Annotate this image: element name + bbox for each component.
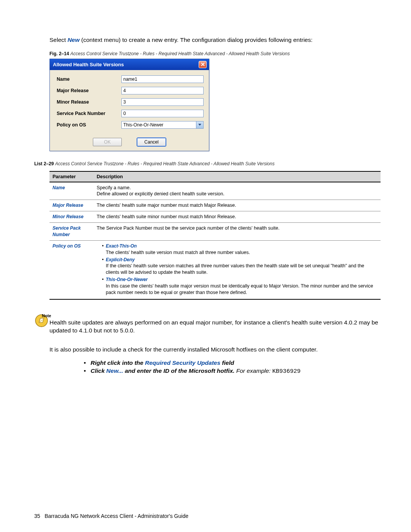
ok-button[interactable]: OK — [93, 138, 122, 146]
allowed-health-suite-versions-dialog: Allowed Health Suite Versions Name Major… — [49, 59, 209, 151]
parameter-description: Specify a name.Define allowed or explici… — [94, 182, 381, 200]
footer-title: Barracuda NG Network Access Client - Adm… — [45, 513, 188, 519]
name-input[interactable] — [121, 75, 204, 83]
table-header-description: Description — [94, 171, 381, 182]
parameter-name: Minor Release — [53, 214, 83, 219]
dialog-titlebar: Allowed Health Suite Versions — [50, 59, 209, 70]
service-pack-number-label: Service Pack Number — [57, 111, 121, 116]
parameter-description: The clients' health suite minor number m… — [94, 211, 381, 223]
dialog-body: Name Major Release Minor Release Service… — [50, 70, 209, 138]
note-body-text: Health suite updates are always performe… — [49, 319, 378, 334]
table-row: Minor ReleaseThe clients' health suite m… — [49, 211, 381, 223]
major-release-label: Major Release — [57, 88, 121, 93]
instructions-list: Right click into the Required Security U… — [84, 359, 381, 375]
service-pack-number-input[interactable] — [121, 110, 204, 117]
paragraph-hotfix: It is also possible to include a check f… — [49, 345, 381, 354]
parameter-name: Major Release — [53, 203, 83, 208]
parameter-description: Exact-This-OnThe clients' health suite v… — [94, 240, 381, 299]
parameter-name: Policy on OS — [53, 243, 81, 249]
table-row: NameSpecify a name.Define allowed or exp… — [49, 182, 381, 200]
list-caption: List 2–29 Access Control Service Trustzo… — [34, 161, 381, 166]
parameter-description: The Service Pack Number must be the serv… — [94, 223, 381, 241]
figure-caption: Fig. 2–14 Access Control Service Trustzo… — [49, 51, 381, 56]
minor-release-input[interactable] — [121, 98, 204, 106]
parameter-description: The clients' health suite major number m… — [94, 200, 381, 211]
table-header-parameter: Parameter — [49, 171, 94, 182]
page-footer: 35 Barracuda NG Network Access Client - … — [34, 513, 188, 519]
instruction-right-click: Right click into the Required Security U… — [84, 359, 381, 366]
dialog-title: Allowed Health Suite Versions — [53, 62, 124, 67]
parameter-table: Parameter Description NameSpecify a name… — [49, 171, 381, 300]
major-release-input[interactable] — [121, 87, 204, 94]
table-row: Policy on OSExact-This-OnThe clients' he… — [49, 240, 381, 299]
chevron-down-icon[interactable] — [196, 121, 203, 128]
table-row: Major ReleaseThe clients' health suite m… — [49, 200, 381, 211]
table-row: Service Pack NumberThe Service Pack Numb… — [49, 223, 381, 241]
close-icon[interactable] — [199, 61, 207, 68]
instruction-click-new: Click New... and enter the ID of the Mic… — [84, 367, 381, 375]
policy-on-os-select[interactable]: This-One-Or-Newer — [121, 121, 204, 129]
page-number: 35 — [34, 513, 40, 519]
intro-keyword-new: New — [67, 37, 80, 43]
parameter-name: Name — [53, 185, 65, 190]
parameter-name: Service Pack Number — [53, 225, 81, 237]
note-label: Note — [42, 313, 381, 318]
policy-on-os-label: Policy on OS — [57, 122, 121, 128]
cancel-button[interactable]: Cancel — [137, 138, 166, 146]
note-block: Note Health suite updates are always per… — [49, 313, 381, 335]
minor-release-label: Minor Release — [57, 99, 121, 105]
name-label: Name — [57, 77, 121, 82]
intro-text: Select New (context menu) to create a ne… — [49, 37, 381, 43]
